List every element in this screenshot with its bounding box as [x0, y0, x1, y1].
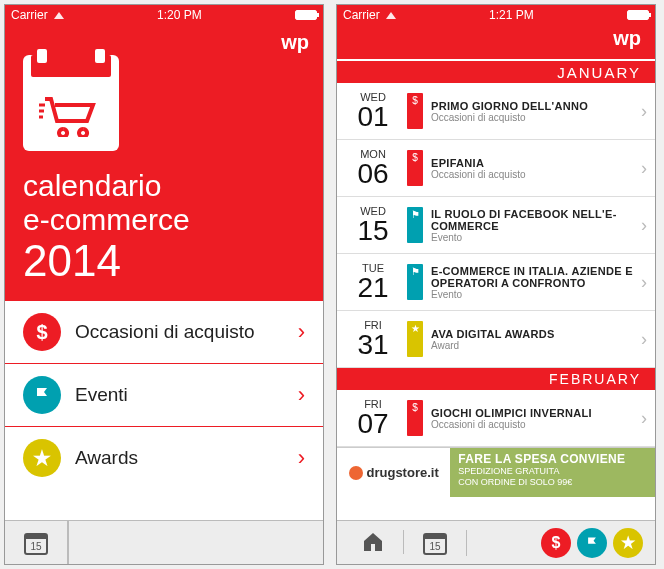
wifi-icon	[54, 12, 64, 19]
svg-rect-1	[25, 534, 47, 539]
phone-screenshot-right: Carrier 1:21 PM wp JANUARY WED 01 $ PRIM…	[336, 4, 656, 565]
event-date: WED 15	[347, 205, 399, 245]
carrier-label: Carrier	[343, 8, 380, 22]
event-subtitle: Occasioni di acquisto	[431, 419, 633, 430]
event-row[interactable]: WED 01 $ PRIMO GIORNO DELL'ANNO Occasion…	[337, 83, 655, 140]
event-title: E-COMMERCE IN ITALIA. AZIENDE E OPERATOR…	[431, 265, 633, 289]
chevron-right-icon: ›	[641, 101, 647, 122]
event-subtitle: Award	[431, 340, 633, 351]
status-time: 1:20 PM	[157, 8, 202, 22]
event-subtitle: Evento	[431, 232, 633, 243]
hero-panel: wp calendario e-commerce 2014	[5, 25, 323, 301]
chevron-right-icon: ›	[298, 319, 305, 345]
events-list-february: FRI 07 $ GIOCHI OLIMPICI INVERNALI Occas…	[337, 390, 655, 447]
chevron-right-icon: ›	[641, 272, 647, 293]
chevron-right-icon: ›	[641, 215, 647, 236]
events-list-january: WED 01 $ PRIMO GIORNO DELL'ANNO Occasion…	[337, 83, 655, 368]
flag-tag-icon: ⚑	[407, 207, 423, 243]
svg-rect-4	[424, 534, 446, 539]
ad-sub1: SPEDIZIONE GRATUITA	[458, 466, 647, 477]
tab-bar: 15	[5, 520, 323, 564]
calendar-cart-icon	[23, 55, 119, 151]
status-bar: Carrier 1:21 PM	[337, 5, 655, 25]
chevron-right-icon: ›	[641, 158, 647, 179]
ad-banner[interactable]: drugstore.it FARE LA SPESA CONVIENE SPED…	[337, 447, 655, 497]
wifi-icon	[386, 12, 396, 19]
event-subtitle: Evento	[431, 289, 633, 300]
svg-text:15: 15	[429, 541, 441, 552]
ad-logo: drugstore.it	[337, 448, 450, 497]
status-bar: Carrier 1:20 PM	[5, 5, 323, 25]
category-occasioni[interactable]: $ Occasioni di acquisto ›	[5, 301, 323, 364]
month-label-january: JANUARY	[557, 64, 641, 81]
event-row[interactable]: FRI 07 $ GIOCHI OLIMPICI INVERNALI Occas…	[337, 390, 655, 447]
tab-bar: 15 $ ★	[337, 520, 655, 564]
chevron-right-icon: ›	[298, 382, 305, 408]
event-date: WED 01	[347, 91, 399, 131]
star-icon: ★	[23, 439, 61, 477]
event-row[interactable]: FRI 31 ★ AVA DIGITAL AWARDS Award ›	[337, 311, 655, 368]
ad-logo-icon	[349, 466, 363, 480]
filter-eventi-button[interactable]	[577, 528, 607, 558]
dollar-tag-icon: $	[407, 400, 423, 436]
status-time: 1:21 PM	[489, 8, 534, 22]
flag-icon	[23, 376, 61, 414]
dollar-tag-icon: $	[407, 150, 423, 186]
event-title: AVA DIGITAL AWARDS	[431, 328, 633, 340]
filter-awards-button[interactable]: ★	[613, 528, 643, 558]
chevron-right-icon: ›	[641, 329, 647, 350]
battery-icon	[295, 10, 317, 20]
category-label: Awards	[75, 447, 284, 469]
event-subtitle: Occasioni di acquisto	[431, 169, 633, 180]
chevron-right-icon: ›	[641, 408, 647, 429]
brand-logo: wp	[613, 27, 641, 50]
hero-line1: calendario	[23, 169, 305, 203]
phone-screenshot-left: Carrier 1:20 PM wp calendario e-commerce…	[4, 4, 324, 565]
dollar-tag-icon: $	[407, 93, 423, 129]
battery-icon	[627, 10, 649, 20]
flag-tag-icon: ⚑	[407, 264, 423, 300]
filter-occasioni-button[interactable]: $	[541, 528, 571, 558]
event-title: IL RUOLO DI FACEBOOK NELL'E-COMMERCE	[431, 208, 633, 232]
event-title: GIOCHI OLIMPICI INVERNALI	[431, 407, 633, 419]
event-date: MON 06	[347, 148, 399, 188]
event-title: PRIMO GIORNO DELL'ANNO	[431, 100, 633, 112]
event-row[interactable]: MON 06 $ EPIFANIA Occasioni di acquisto …	[337, 140, 655, 197]
hero-line3: 2014	[23, 237, 305, 285]
event-row[interactable]: WED 15 ⚑ IL RUOLO DI FACEBOOK NELL'E-COM…	[337, 197, 655, 254]
tab-calendar[interactable]: 15	[5, 521, 68, 564]
event-date: FRI 31	[347, 319, 399, 359]
carrier-label: Carrier	[11, 8, 48, 22]
month-label-february: FEBRUARY	[337, 368, 655, 390]
event-subtitle: Occasioni di acquisto	[431, 112, 633, 123]
category-awards[interactable]: ★ Awards ›	[5, 427, 323, 489]
dollar-icon: $	[23, 313, 61, 351]
star-tag-icon: ★	[407, 321, 423, 357]
tab-home[interactable]	[343, 530, 404, 554]
category-label: Occasioni di acquisto	[75, 321, 284, 343]
ad-sub2: CON ORDINE DI SOLO 99€	[458, 477, 647, 488]
event-title: EPIFANIA	[431, 157, 633, 169]
event-date: TUE 21	[347, 262, 399, 302]
category-eventi[interactable]: Eventi ›	[5, 364, 323, 427]
category-list: $ Occasioni di acquisto › Eventi › ★ Awa…	[5, 301, 323, 489]
event-date: FRI 07	[347, 398, 399, 438]
category-label: Eventi	[75, 384, 284, 406]
brand-logo: wp	[281, 31, 309, 54]
hero-line2: e-commerce	[23, 203, 305, 237]
tab-calendar[interactable]: 15	[404, 530, 467, 556]
ad-headline: FARE LA SPESA CONVIENE	[458, 452, 647, 466]
month-header: wp JANUARY	[337, 25, 655, 83]
svg-text:15: 15	[30, 541, 42, 552]
event-row[interactable]: TUE 21 ⚑ E-COMMERCE IN ITALIA. AZIENDE E…	[337, 254, 655, 311]
chevron-right-icon: ›	[298, 445, 305, 471]
